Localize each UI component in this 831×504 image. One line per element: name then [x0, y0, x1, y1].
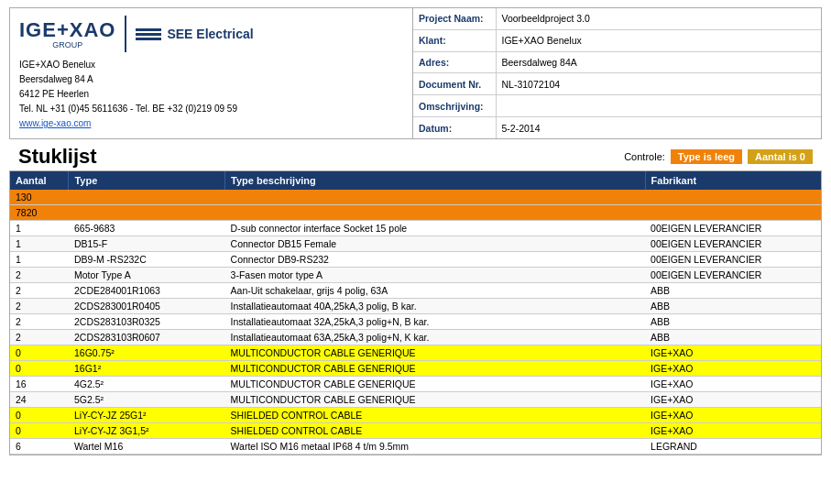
table-row: 245G2.5²MULTICONDUCTOR CABLE GENERIQUEIG… — [10, 392, 821, 408]
cell-type: 665-9683 — [69, 221, 225, 236]
logo-divider — [125, 16, 126, 52]
cell-type: 16G0.75² — [69, 345, 225, 361]
table-row: 6Wartel M16Wartel ISO M16 metaal IP68 4 … — [10, 439, 821, 455]
cell-aantal: 24 — [10, 392, 69, 408]
cell-aantal: 2 — [10, 283, 69, 299]
cell-type: LiY-CY-JZ 3G1,5² — [69, 423, 225, 439]
table-row: 22CDS283103R0325Installatieautomaat 32A,… — [10, 314, 821, 330]
controle-label: Controle: — [624, 151, 665, 162]
info-label: Klant: — [413, 29, 496, 51]
cell-fabrikant: ABB — [645, 299, 821, 314]
cell-type: DB15-F — [69, 236, 225, 252]
address-line2: 6412 PE Heerlen — [19, 87, 403, 102]
info-row: Document Nr. NL-31072104 — [413, 73, 821, 95]
table-row: 1DB9-M -RS232CConnector DB9-RS23200EIGEN… — [10, 252, 821, 268]
cell-type: 5G2.5² — [69, 392, 225, 408]
cell-desc: MULTICONDUCTOR CABLE GENERIQUE — [225, 392, 645, 408]
cell-type — [69, 205, 225, 221]
cell-fabrikant: IGE+XAO — [645, 423, 821, 439]
company-info: IGE+XAO Benelux Beersdalweg 84 A 6412 PE… — [19, 58, 403, 131]
cell-fabrikant — [645, 190, 821, 205]
cell-fabrikant: LEGRAND — [645, 439, 821, 455]
cell-type: 4G2.5² — [69, 377, 225, 392]
stuklijst-title: Stuklijst — [18, 145, 624, 169]
cell-fabrikant: 00EIGEN LEVERANCIER — [645, 268, 821, 283]
cell-aantal: 2 — [10, 299, 69, 314]
table-row: 0LiY-CY-JZ 25G1²SHIELDED CONTROL CABLEIG… — [10, 408, 821, 423]
cell-desc — [225, 190, 645, 205]
cell-fabrikant: ABB — [645, 314, 821, 330]
info-row: Adres: Beersdalweg 84A — [413, 51, 821, 73]
table-row: 22CDS283001R0405Installatieautomaat 40A,… — [10, 299, 821, 314]
info-label: Project Naam: — [413, 8, 496, 29]
cell-type: Wartel M16 — [69, 439, 225, 455]
logo-main-text: IGE+XAO — [19, 18, 115, 42]
cell-desc: MULTICONDUCTOR CABLE GENERIQUE — [225, 377, 645, 392]
info-row: Klant: IGE+XAO Benelux — [413, 29, 821, 51]
table-row: 016G1²MULTICONDUCTOR CABLE GENERIQUEIGE+… — [10, 361, 821, 377]
table-row: 2Motor Type A3-Fasen motor type A00EIGEN… — [10, 268, 821, 283]
info-label: Document Nr. — [413, 73, 496, 95]
info-row: Omschrijving: — [413, 95, 821, 117]
cell-fabrikant: 00EIGEN LEVERANCIER — [645, 221, 821, 236]
cell-fabrikant: 00EIGEN LEVERANCIER — [645, 236, 821, 252]
phone: Tel. NL +31 (0)45 5611636 - Tel. BE +32 … — [19, 102, 403, 116]
badge-aantal-nul: Aantal is 0 — [748, 149, 813, 164]
address-line1: Beersdalweg 84 A — [19, 72, 403, 87]
cell-desc: Installatieautomaat 40A,25kA,3 polig, B … — [225, 299, 645, 314]
cell-desc: SHIELDED CONTROL CABLE — [225, 423, 645, 439]
cell-desc: Connector DB9-RS232 — [225, 252, 645, 268]
cell-fabrikant: IGE+XAO — [645, 345, 821, 361]
table-row: 016G0.75²MULTICONDUCTOR CABLE GENERIQUEI… — [10, 345, 821, 361]
table-col-header: Aantal — [10, 171, 69, 190]
cell-desc: MULTICONDUCTOR CABLE GENERIQUE — [225, 345, 645, 361]
table-row: 0LiY-CY-JZ 3G1,5²SHIELDED CONTROL CABLEI… — [10, 423, 821, 439]
main-table-wrapper: AantalTypeType beschrijvingFabrikant 130… — [9, 170, 822, 455]
info-row: Datum: 5-2-2014 — [413, 117, 821, 138]
info-value — [496, 95, 821, 117]
table-row: 22CDS283103R0607Installatieautomaat 63A,… — [10, 330, 821, 345]
info-label: Adres: — [413, 51, 496, 73]
table-col-header: Fabrikant — [645, 171, 821, 190]
cell-desc: Aan-Uit schakelaar, grijs 4 polig, 63A — [225, 283, 645, 299]
table-col-header: Type beschrijving — [225, 171, 645, 190]
cell-desc: Installatieautomaat 32A,25kA,3 polig+N, … — [225, 314, 645, 330]
cell-fabrikant: IGE+XAO — [645, 361, 821, 377]
cell-aantal: 0 — [10, 345, 69, 361]
table-row: 130 — [10, 190, 821, 205]
table-row: 7820 — [10, 205, 821, 221]
cell-aantal: 2 — [10, 314, 69, 330]
cell-fabrikant: IGE+XAO — [645, 377, 821, 392]
table-row: 164G2.5²MULTICONDUCTOR CABLE GENERIQUEIG… — [10, 377, 821, 392]
cell-type: Motor Type A — [69, 268, 225, 283]
cell-type: LiY-CY-JZ 25G1² — [69, 408, 225, 423]
cell-aantal: 6 — [10, 439, 69, 455]
info-value: Voorbeeldproject 3.0 — [496, 8, 821, 29]
cell-type: 16G1² — [69, 361, 225, 377]
company-name: IGE+XAO Benelux — [19, 58, 403, 72]
cell-aantal: 2 — [10, 268, 69, 283]
header: IGE+XAO GROUP SEE Electrical IGE+XAO Ben… — [9, 7, 822, 139]
info-table: Project Naam: Voorbeeldproject 3.0 Klant… — [413, 8, 821, 138]
badge-type-leeg: Type is leeg — [671, 149, 742, 164]
see-electrical-text: SEE Electrical — [167, 27, 253, 41]
info-value: NL-31072104 — [496, 73, 821, 95]
cell-type: 2CDS283001R0405 — [69, 299, 225, 314]
table-col-header: Type — [69, 171, 225, 190]
info-value: 5-2-2014 — [496, 117, 821, 138]
header-left: IGE+XAO GROUP SEE Electrical IGE+XAO Ben… — [10, 8, 413, 138]
cell-aantal: 16 — [10, 377, 69, 392]
ige-xao-logo: IGE+XAO GROUP — [19, 18, 115, 49]
cell-desc: Connector DB15 Female — [225, 236, 645, 252]
cell-fabrikant: ABB — [645, 283, 821, 299]
website[interactable]: www.ige-xao.com — [19, 116, 403, 131]
cell-aantal: 7820 — [10, 205, 69, 221]
header-right: Project Naam: Voorbeeldproject 3.0 Klant… — [413, 8, 821, 138]
cell-fabrikant: IGE+XAO — [645, 392, 821, 408]
table-body: 13078201665-9683D-sub connector interfac… — [10, 190, 821, 455]
logo-area: IGE+XAO GROUP SEE Electrical — [19, 16, 403, 52]
cell-type: 2CDS283103R0325 — [69, 314, 225, 330]
cell-aantal: 0 — [10, 361, 69, 377]
info-value: IGE+XAO Benelux — [496, 29, 821, 51]
see-logo-area: SEE Electrical — [136, 27, 253, 41]
